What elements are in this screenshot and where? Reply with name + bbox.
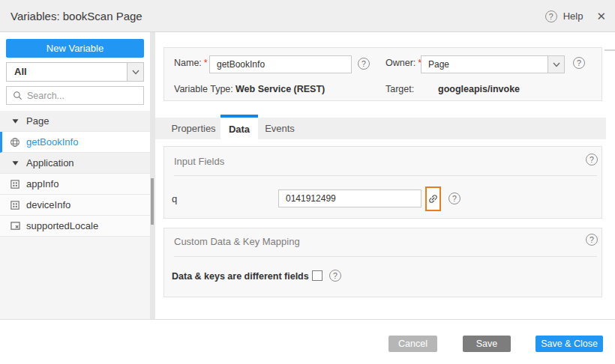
tab-events[interactable]: Events [258, 118, 302, 139]
tree-item-label: supportedLocale [26, 220, 98, 231]
main-scrollbar-hint [604, 49, 615, 51]
name-help-icon[interactable]: ? [358, 58, 370, 70]
variables-sidebar: New Variable All Page [0, 32, 150, 319]
section-divider [174, 256, 597, 257]
device-variable-icon [10, 201, 20, 210]
different-fields-help-icon[interactable]: ? [329, 270, 341, 282]
custom-mapping-help-icon[interactable]: ? [586, 234, 598, 246]
collapse-triangle-icon[interactable] [10, 118, 20, 124]
chevron-down-icon [548, 56, 564, 73]
variable-tree: Page getBookInfo Application appInfo [0, 111, 150, 237]
param-q-label: q [172, 193, 177, 204]
dialog-footer: Cancel Save Save & Close [0, 319, 615, 364]
variable-type-label: Variable Type: [174, 84, 233, 94]
variable-filter-select[interactable]: All [6, 62, 144, 82]
required-asterisk: * [204, 58, 208, 68]
sidebar-scrollbar-thumb[interactable] [151, 178, 154, 225]
section-divider [174, 175, 597, 176]
tab-properties[interactable]: Properties [166, 118, 220, 139]
collapse-triangle-icon[interactable] [10, 160, 20, 166]
tab-data[interactable]: Data [220, 115, 258, 139]
help-link[interactable]: Help [563, 10, 584, 22]
different-fields-checkbox[interactable] [312, 270, 322, 281]
web-service-icon [10, 137, 20, 148]
input-fields-help-icon[interactable]: ? [586, 154, 598, 166]
tree-item-supportedlocale[interactable]: supportedLocale [0, 216, 150, 237]
variable-search [6, 86, 144, 105]
cancel-button[interactable]: Cancel [388, 336, 437, 352]
chevron-down-icon [127, 63, 143, 81]
tree-item-label: deviceInfo [26, 199, 70, 210]
variable-type-value: Web Service (REST) [236, 84, 325, 94]
link-icon [425, 191, 441, 207]
save-and-close-button[interactable]: Save & Close [536, 336, 603, 352]
tree-item-label: appInfo [26, 178, 58, 189]
sidebar-filler [0, 237, 150, 319]
variable-filter-value: All [14, 63, 27, 81]
input-fields-panel: Input Fields ? q ? [164, 146, 602, 219]
map-link-button[interactable] [425, 186, 441, 211]
param-q-help-icon[interactable]: ? [448, 192, 460, 204]
owner-select[interactable]: Page [421, 55, 565, 73]
tree-item-deviceinfo[interactable]: deviceInfo [0, 195, 150, 216]
target-value: googleapis/invoke [438, 84, 520, 94]
locale-variable-icon [10, 221, 20, 231]
new-variable-button[interactable]: New Variable [6, 39, 144, 58]
tree-item-label: getBookInfo [26, 136, 78, 148]
name-label: Name:* [174, 58, 208, 68]
different-fields-label: Data & keys are different fields [172, 271, 309, 282]
close-icon[interactable]: ✕ [596, 10, 606, 23]
custom-mapping-title: Custom Data & Key Mapping [174, 236, 300, 247]
tree-group-label: Page [26, 115, 49, 127]
help-icon[interactable]: ? [545, 10, 557, 22]
owner-help-icon[interactable]: ? [573, 57, 585, 69]
tree-group-application[interactable]: Application [0, 153, 150, 174]
tree-item-getbookinfo[interactable]: getBookInfo [0, 132, 150, 153]
param-q-input[interactable] [278, 189, 422, 207]
detail-tabbar: Properties Data Events [155, 118, 606, 139]
tree-item-appinfo[interactable]: appInfo [0, 174, 150, 195]
sidebar-scrollbar-track[interactable] [150, 32, 155, 319]
tree-group-page[interactable]: Page [0, 111, 150, 132]
tree-group-label: Application [26, 157, 74, 169]
search-input[interactable] [27, 91, 132, 101]
search-icon [12, 91, 22, 100]
variable-summary-panel: Name:* ? Owner:* Page ? Variable Type: W… [164, 47, 602, 101]
variables-dialog: Variables: bookScan Page ? Help ✕ New Va… [0, 0, 615, 364]
save-button[interactable]: Save [463, 336, 511, 352]
dialog-title: Variables: bookScan Page [10, 0, 142, 32]
input-fields-title: Input Fields [174, 156, 224, 167]
name-input[interactable] [209, 55, 352, 73]
owner-select-value: Page [428, 56, 449, 73]
custom-mapping-panel: Custom Data & Key Mapping ? Data & keys … [164, 228, 602, 297]
device-variable-icon [10, 180, 20, 189]
target-label: Target: [386, 84, 414, 94]
dialog-header: Variables: bookScan Page ? Help ✕ [0, 0, 615, 32]
owner-label: Owner:* [386, 58, 422, 68]
